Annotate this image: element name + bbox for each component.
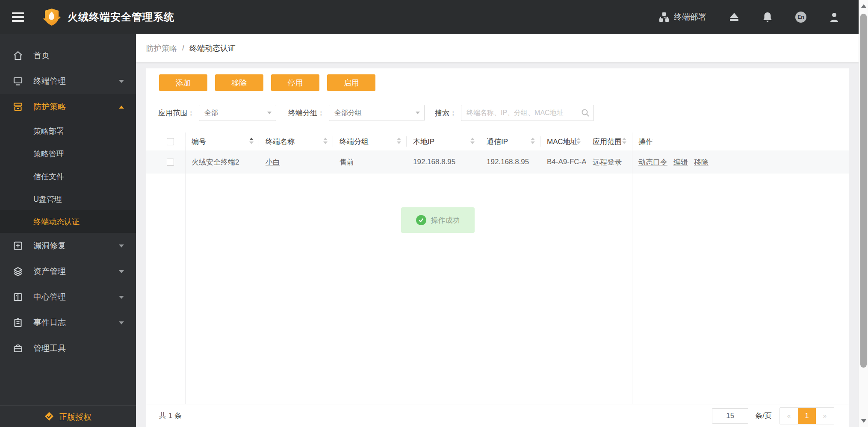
search-icon[interactable] (581, 108, 590, 118)
sort-icon[interactable] (531, 138, 535, 144)
search-input[interactable] (461, 105, 594, 121)
scrollbar-thumb[interactable] (860, 14, 867, 368)
sidebar-subitem-label: 信任文件 (33, 171, 64, 182)
license-gem-icon (44, 412, 54, 421)
chevron-down-icon (119, 244, 124, 247)
sidebar-item-protection-policy[interactable]: 防护策略 (0, 94, 136, 120)
add-button[interactable]: 添加 (159, 74, 207, 91)
sidebar-item-center-mgmt[interactable]: 中心管理 (0, 284, 136, 310)
sidebar-item-asset-mgmt[interactable]: 资产管理 (0, 259, 136, 284)
group-select[interactable]: 全部分组 (329, 105, 425, 121)
sort-icon[interactable] (622, 138, 626, 144)
book-icon (13, 292, 23, 302)
page-size-input[interactable] (712, 408, 748, 424)
sidebar-subitem-label: 策略部署 (33, 126, 64, 136)
column-label: 通信IP (487, 137, 508, 147)
fixed-column-divider-left (185, 133, 186, 404)
remove-button[interactable]: 移除 (215, 74, 263, 91)
current-page-button[interactable]: 1 (798, 408, 816, 424)
next-page-button[interactable]: » (816, 408, 834, 424)
chevron-up-icon (119, 106, 124, 109)
layers-icon (13, 266, 23, 277)
sidebar-subitem-dynamic-auth[interactable]: 终端动态认证 (0, 210, 136, 233)
per-page-label: 条/页 (755, 411, 772, 421)
success-check-icon (416, 215, 426, 225)
license-label: 正版授权 (59, 412, 92, 423)
breadcrumb-current: 终端动态认证 (189, 43, 236, 53)
column-header-mac[interactable]: MAC地址 (540, 133, 586, 150)
sidebar-item-admin-tools[interactable]: 管理工具 (0, 336, 136, 361)
dynamic-password-link[interactable]: 动态口令 (638, 157, 667, 167)
column-header-actions: 操作 (632, 133, 849, 150)
notifications-button[interactable] (762, 12, 773, 23)
sidebar-subitem-usb-mgmt[interactable]: U盘管理 (0, 188, 136, 210)
scope-select[interactable]: 全部 (199, 105, 276, 121)
upgrade-button[interactable] (729, 12, 740, 23)
column-label: 终端名称 (266, 137, 295, 147)
success-toast: 操作成功 (401, 207, 475, 233)
fixed-column-divider-right (632, 133, 632, 404)
sidebar-group-protection: 防护策略 策略部署 策略管理 信任文件 U盘管理 终端动态认证 (0, 94, 136, 233)
scroll-up-icon[interactable] (861, 4, 866, 8)
sidebar: 首页 终端管理 防护策略 策略部署 策略管理 (0, 34, 136, 427)
row-select-cell (146, 150, 185, 174)
sidebar-subitem-label: 终端动态认证 (33, 217, 80, 227)
sidebar-subitem-trusted-files[interactable]: 信任文件 (0, 165, 136, 188)
policy-drawer-icon (13, 102, 23, 112)
license-status[interactable]: 正版授权 (0, 405, 136, 427)
disable-button[interactable]: 停用 (271, 74, 319, 91)
content-card: 添加 移除 停用 启用 应用范围： 全部 终端分组： 全部分组 搜索： (146, 68, 849, 427)
prev-page-button[interactable]: « (780, 408, 798, 424)
column-header-comm-ip[interactable]: 通信IP (480, 133, 540, 150)
sort-icon[interactable] (576, 138, 581, 144)
column-header-group[interactable]: 终端分组 (333, 133, 407, 150)
select-all-checkbox[interactable] (167, 138, 174, 145)
terminal-deploy-button[interactable]: 终端部署 (658, 12, 706, 23)
row-name-cell: 小白 (259, 150, 333, 174)
sidebar-subitem-policy-deploy[interactable]: 策略部署 (0, 120, 136, 142)
column-header-local-ip[interactable]: 本地IP (407, 133, 480, 150)
sort-icon[interactable] (323, 138, 328, 144)
remove-link[interactable]: 移除 (694, 157, 709, 167)
app-title: 火绒终端安全管理系统 (68, 10, 174, 24)
sidebar-item-label: 首页 (33, 50, 50, 61)
topbar: 火绒终端安全管理系统 终端部署 (0, 0, 859, 34)
language-button[interactable]: En (795, 12, 806, 23)
column-header-scope[interactable]: 应用范围 (586, 133, 632, 150)
sidebar-item-label: 中心管理 (33, 292, 66, 303)
sidebar-item-home[interactable]: 首页 (0, 43, 136, 68)
terminal-name-link[interactable]: 小白 (266, 157, 280, 167)
sort-icon[interactable] (249, 138, 254, 144)
column-label: 终端分组 (340, 137, 369, 147)
sidebar-subitem-policy-mgmt[interactable]: 策略管理 (0, 142, 136, 165)
row-comm-ip-cell: 192.168.8.95 (480, 150, 540, 174)
pager: « 1 » (779, 407, 834, 424)
sidebar-item-terminal-mgmt[interactable]: 终端管理 (0, 68, 136, 94)
sitemap-icon (658, 12, 670, 23)
sidebar-item-label: 资产管理 (33, 266, 66, 277)
table-footer: 共 1 条 条/页 « 1 » (146, 404, 849, 427)
breadcrumb-parent[interactable]: 防护策略 (146, 43, 177, 53)
sort-icon[interactable] (397, 138, 401, 144)
edit-link[interactable]: 编辑 (673, 157, 688, 167)
enable-button[interactable]: 启用 (327, 74, 375, 91)
page-scrollbar[interactable] (859, 0, 868, 427)
terminal-table: 编号 终端名称 终端分组 本地IP 通信IP (146, 133, 849, 174)
column-header-id[interactable]: 编号 (185, 133, 259, 150)
sidebar-subitem-label: U盘管理 (33, 194, 62, 204)
chevron-down-icon (416, 112, 420, 114)
row-local-ip-cell: 192.168.8.95 (407, 150, 480, 174)
monitor-icon (13, 76, 23, 86)
sidebar-item-event-logs[interactable]: 事件日志 (0, 310, 136, 336)
breadcrumb: 防护策略 / 终端动态认证 (136, 34, 859, 62)
row-checkbox[interactable] (167, 159, 174, 166)
row-mac-cell: B4-A9-FC-A6-... (540, 150, 586, 174)
sidebar-item-label: 管理工具 (33, 343, 66, 354)
sidebar-item-vuln-fix[interactable]: 漏洞修复 (0, 233, 136, 259)
table-row: 火绒安全终端2 小白 售前 192.168.8.95 192.168.8.95 … (146, 150, 849, 174)
column-header-name[interactable]: 终端名称 (259, 133, 333, 150)
account-button[interactable] (829, 12, 840, 23)
scroll-down-icon[interactable] (861, 419, 866, 423)
menu-toggle-icon[interactable] (12, 10, 27, 24)
sort-icon[interactable] (470, 138, 475, 144)
